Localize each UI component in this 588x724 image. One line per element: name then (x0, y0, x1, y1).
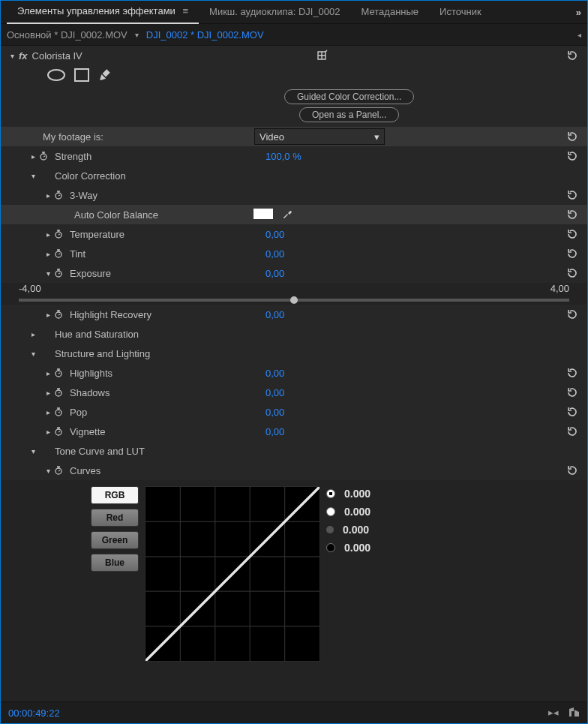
point-white-icon[interactable] (326, 507, 335, 516)
tab-effect-controls[interactable]: Элементы управления эффектами ≡ (7, 0, 199, 24)
param-twisty-icon[interactable]: ▸ (7, 191, 53, 200)
reset-param-icon[interactable] (563, 307, 581, 322)
param-twisty-icon[interactable]: ▸ (7, 428, 53, 436)
point-gray-icon[interactable] (326, 526, 334, 533)
guided-buttons-row: Guided Color Correction... Open as a Pan… (1, 85, 587, 127)
stopwatch-icon[interactable] (53, 387, 64, 398)
timecode-display[interactable]: 00:00:49:22 (8, 707, 60, 719)
auto-color-balance-row: Auto Color Balance (1, 205, 587, 224)
chevron-down-icon[interactable]: ▾ (135, 31, 139, 39)
curves-channel-green[interactable]: Green (91, 531, 139, 549)
group-twisty-icon[interactable]: ▾ (7, 172, 38, 180)
tint-value[interactable]: 0,00 (266, 248, 393, 260)
tab-source[interactable]: Источник (429, 1, 492, 23)
curves-widget: RGB Red Green Blue 0.000 0.00 (1, 480, 587, 668)
exposure-slider-track[interactable] (19, 299, 569, 302)
point-black-icon[interactable] (326, 543, 335, 552)
svg-line-19 (146, 487, 320, 661)
share-icon[interactable] (568, 707, 580, 719)
effect-twisty-icon[interactable]: ▾ (7, 52, 17, 60)
param-twisty-icon[interactable]: ▸ (7, 408, 53, 416)
vignette-label: Vignette (70, 426, 266, 437)
fx-badge-icon[interactable]: fx (19, 50, 28, 62)
hue-saturation-label: Hue and Saturation (55, 329, 139, 340)
shadows-row: ▸ Shadows 0,00 (1, 383, 587, 402)
reset-param-icon[interactable] (563, 207, 581, 222)
shadows-value[interactable]: 0,00 (266, 387, 393, 398)
panel-menu-icon[interactable]: ≡ (182, 5, 188, 17)
stopwatch-icon[interactable] (38, 151, 49, 161)
reset-param-icon[interactable] (563, 424, 581, 439)
mask-rect-icon[interactable] (74, 68, 89, 82)
play-only-icon[interactable]: ▸◂ (548, 707, 559, 719)
tab-overflow-icon[interactable]: » (572, 7, 581, 18)
reset-param-icon[interactable] (563, 246, 581, 261)
param-twisty-icon[interactable]: ▸ (7, 152, 38, 161)
clip-breadcrumb: Основной * DJI_0002.MOV ▾ DJI_0002 * DJI… (1, 24, 587, 46)
curves-graph[interactable] (145, 486, 320, 662)
reset-param-icon[interactable] (563, 149, 581, 164)
stopwatch-icon[interactable] (53, 248, 64, 259)
group-twisty-icon[interactable]: ▸ (7, 330, 38, 338)
vignette-value[interactable]: 0,00 (266, 426, 393, 437)
hue-saturation-group: ▸ Hue and Saturation (1, 324, 587, 344)
param-twisty-icon[interactable]: ▾ (7, 269, 53, 278)
mask-pen-icon[interactable] (98, 68, 112, 83)
curves-channel-red[interactable]: Red (91, 509, 139, 527)
reset-param-icon[interactable] (563, 227, 581, 242)
stopwatch-icon[interactable] (53, 465, 64, 476)
sequence-clip-label[interactable]: DJI_0002 * DJI_0002.MOV (146, 29, 264, 41)
temperature-value[interactable]: 0,00 (266, 229, 393, 240)
eyedropper-icon[interactable] (282, 210, 292, 221)
open-as-panel-button[interactable]: Open as a Panel... (299, 107, 399, 122)
exposure-min: -4,00 (19, 283, 41, 294)
stopwatch-icon[interactable] (53, 268, 64, 278)
stopwatch-icon[interactable] (53, 426, 64, 437)
reset-param-icon[interactable] (563, 129, 581, 144)
param-twisty-icon[interactable]: ▸ (7, 250, 53, 258)
tone-curve-group: ▾ Tone Curve and LUT (1, 441, 587, 461)
stopwatch-icon[interactable] (53, 309, 64, 320)
param-twisty-icon[interactable]: ▸ (7, 369, 53, 377)
reset-param-icon[interactable] (563, 188, 581, 203)
reset-param-icon[interactable] (563, 365, 581, 380)
stopwatch-icon[interactable] (53, 229, 64, 239)
guided-color-correction-button[interactable]: Guided Color Correction... (284, 89, 414, 104)
master-clip-label[interactable]: Основной * DJI_0002.MOV (7, 29, 128, 41)
reset-param-icon[interactable] (563, 404, 581, 419)
group-twisty-icon[interactable]: ▾ (7, 447, 38, 455)
strength-value[interactable]: 100,0 % (266, 151, 393, 162)
tab-label: Элементы управления эффектами (17, 5, 176, 17)
reset-param-icon[interactable] (563, 463, 581, 478)
param-twisty-icon[interactable]: ▸ (7, 389, 53, 397)
my-footage-select[interactable]: Video ▾ (254, 128, 385, 145)
exposure-max: 4,00 (550, 283, 569, 294)
point-half-icon[interactable] (326, 489, 335, 498)
curves-channel-blue[interactable]: Blue (91, 554, 139, 572)
tab-metadata[interactable]: Метаданные (351, 1, 430, 23)
reset-effect-icon[interactable] (563, 48, 581, 63)
mask-ellipse-icon[interactable] (47, 69, 65, 81)
stopwatch-icon[interactable] (53, 368, 64, 378)
reset-param-icon[interactable] (563, 266, 581, 281)
highlight-recovery-value[interactable]: 0,00 (266, 309, 393, 320)
strength-row: ▸ Strength 100,0 % (1, 146, 587, 166)
highlight-recovery-row: ▸ Highlight Recovery 0,00 (1, 305, 587, 324)
exposure-value[interactable]: 0,00 (266, 268, 393, 279)
reset-param-icon[interactable] (563, 385, 581, 400)
pop-value[interactable]: 0,00 (266, 407, 393, 418)
stopwatch-icon[interactable] (53, 190, 64, 200)
pop-row: ▸ Pop 0,00 (1, 402, 587, 422)
curves-channel-rgb[interactable]: RGB (91, 486, 139, 504)
param-twisty-icon[interactable]: ▸ (7, 230, 53, 239)
highlights-value[interactable]: 0,00 (266, 368, 393, 379)
group-twisty-icon[interactable]: ▾ (7, 350, 38, 358)
shadows-label: Shadows (70, 387, 266, 398)
playhead-marker-icon[interactable]: ◂ (578, 31, 581, 39)
create-preset-icon[interactable] (314, 48, 332, 63)
param-twisty-icon[interactable]: ▸ (7, 311, 53, 319)
param-twisty-icon[interactable]: ▾ (7, 467, 53, 475)
stopwatch-icon[interactable] (53, 407, 64, 417)
color-swatch[interactable] (254, 209, 273, 219)
tab-audio-clip-mixer[interactable]: Микш. аудиоклипа: DJI_0002 (199, 1, 350, 23)
